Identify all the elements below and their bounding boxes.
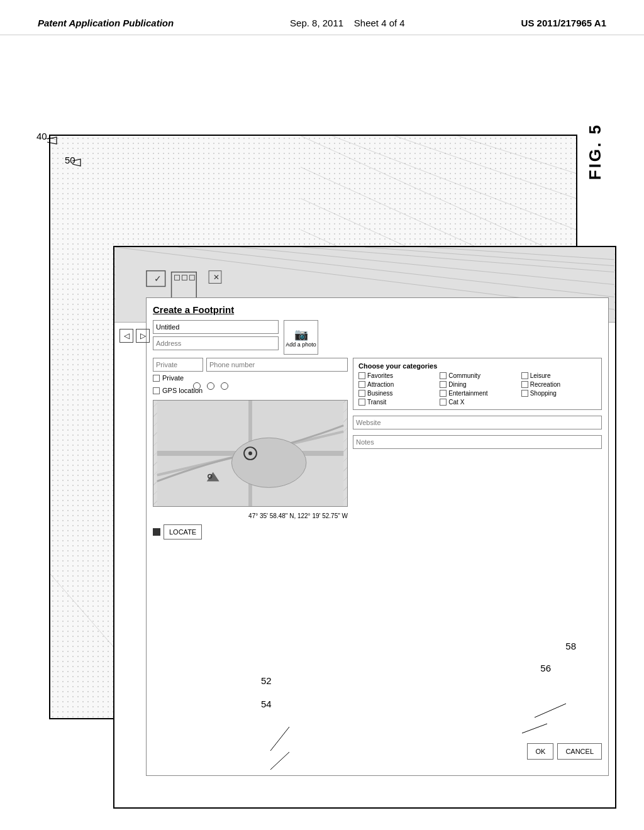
attraction-label: Attraction bbox=[367, 381, 394, 388]
name-input[interactable] bbox=[153, 320, 279, 334]
ref-54-label: 54 bbox=[261, 699, 272, 709]
transit-checkbox[interactable] bbox=[358, 399, 365, 406]
recreation-checkbox[interactable] bbox=[521, 381, 528, 388]
three-circles bbox=[193, 382, 228, 390]
community-label: Community bbox=[448, 372, 480, 379]
private-row: Private bbox=[153, 374, 348, 382]
circle-1 bbox=[193, 382, 201, 390]
ref-50-label: 50 bbox=[65, 155, 75, 165]
locate-row: LOCATE bbox=[153, 524, 348, 540]
notes-input[interactable] bbox=[353, 435, 602, 449]
map-area bbox=[153, 400, 348, 507]
entertainment-checkbox[interactable] bbox=[440, 390, 447, 397]
svg-text:✓: ✓ bbox=[154, 274, 162, 284]
leisure-checkbox[interactable] bbox=[521, 372, 528, 379]
catx-label: Cat X bbox=[448, 399, 464, 406]
add-photo-label: Add a photo bbox=[286, 341, 316, 348]
svg-text:✕: ✕ bbox=[213, 273, 219, 282]
ref-58-label: 58 bbox=[565, 641, 576, 651]
ok-button[interactable]: OK bbox=[527, 743, 553, 760]
svg-line-1 bbox=[301, 136, 576, 261]
recreation-label: Recreation bbox=[530, 381, 560, 388]
gps-checkbox[interactable] bbox=[153, 387, 160, 394]
cat-community: Community bbox=[440, 372, 514, 379]
transit-label: Transit bbox=[367, 399, 386, 406]
header-date: Sep. 8, 2011 bbox=[290, 18, 343, 28]
ref-56-label: 56 bbox=[540, 663, 551, 673]
address-input[interactable] bbox=[153, 336, 279, 350]
gps-coordinates: 47° 35' 58.48" N, 122° 19' 52.75" W bbox=[153, 512, 348, 519]
forward-btn[interactable]: ▷ bbox=[136, 329, 150, 343]
cat-recreation: Recreation bbox=[521, 381, 596, 388]
shopping-checkbox[interactable] bbox=[521, 390, 528, 397]
cat-attraction: Attraction bbox=[358, 381, 433, 388]
svg-line-3 bbox=[394, 136, 576, 199]
favorites-label: Favorites bbox=[367, 372, 393, 379]
private-label: Private bbox=[162, 374, 184, 382]
shopping-label: Shopping bbox=[530, 390, 557, 397]
cat-catx: Cat X bbox=[440, 399, 514, 406]
svg-line-4 bbox=[457, 136, 576, 174]
header-sheet: Sheet 4 of 4 bbox=[354, 18, 405, 28]
private-input[interactable] bbox=[153, 358, 203, 372]
entertainment-label: Entertainment bbox=[448, 390, 487, 397]
camera-icon: 📷 bbox=[294, 328, 308, 341]
community-checkbox[interactable] bbox=[440, 372, 447, 379]
form-title: Create a Footprint bbox=[153, 304, 602, 315]
header-right: US 2011/217965 A1 bbox=[521, 18, 606, 28]
categories-grid: Favorites Community Leisure bbox=[358, 372, 596, 406]
svg-point-33 bbox=[231, 438, 306, 487]
fig-label: FIG. 5 bbox=[586, 123, 605, 180]
cat-transit: Transit bbox=[358, 399, 433, 406]
private-checkbox[interactable] bbox=[153, 375, 160, 382]
cat-leisure: Leisure bbox=[521, 372, 596, 379]
svg-line-2 bbox=[332, 136, 576, 230]
dining-label: Dining bbox=[448, 381, 466, 388]
website-input[interactable] bbox=[353, 416, 602, 429]
patent-header: Patent Application Publication Sep. 8, 2… bbox=[0, 0, 644, 35]
form-dialog: Create a Footprint 📷 Add a photo bbox=[146, 297, 609, 776]
locate-button[interactable]: LOCATE bbox=[164, 524, 202, 540]
catx-checkbox[interactable] bbox=[440, 399, 447, 406]
cat-business: Business bbox=[358, 390, 433, 397]
circle-2 bbox=[207, 382, 214, 390]
ref-52-label: 52 bbox=[261, 675, 272, 686]
device-inner: ✓ ✕ ◁ ▷ Create a Footprint bbox=[113, 246, 616, 809]
phone-input[interactable] bbox=[206, 358, 348, 372]
ref-40-arrow: ⌒ bbox=[43, 136, 57, 148]
nav-controls[interactable]: ◁ ▷ bbox=[119, 329, 150, 343]
business-label: Business bbox=[367, 390, 393, 397]
cat-favorites: Favorites bbox=[358, 372, 433, 379]
leisure-label: Leisure bbox=[530, 372, 551, 379]
dining-checkbox[interactable] bbox=[440, 381, 447, 388]
attraction-checkbox[interactable] bbox=[358, 381, 365, 388]
gps-row: GPS location bbox=[153, 387, 348, 394]
favorites-checkbox[interactable] bbox=[358, 372, 365, 379]
main-content: FIG. 5 40 ⌒ 50 bbox=[0, 35, 644, 802]
svg-point-35 bbox=[248, 451, 252, 455]
cat-dining: Dining bbox=[440, 381, 514, 388]
device-outer: ✓ ✕ ◁ ▷ Create a Footprint bbox=[49, 135, 577, 719]
circle-3 bbox=[221, 382, 228, 390]
header-center: Sep. 8, 2011 Sheet 4 of 4 bbox=[290, 18, 405, 28]
header-left: Patent Application Publication bbox=[38, 18, 174, 28]
back-btn[interactable]: ◁ bbox=[119, 329, 133, 343]
cancel-button[interactable]: CANCEL bbox=[557, 743, 602, 760]
cat-entertainment: Entertainment bbox=[440, 390, 514, 397]
business-checkbox[interactable] bbox=[358, 390, 365, 397]
locate-icon bbox=[153, 528, 160, 536]
action-buttons: OK CANCEL bbox=[353, 743, 602, 760]
categories-title: Choose your categories bbox=[358, 362, 596, 370]
photo-area[interactable]: 📷 Add a photo bbox=[284, 320, 318, 355]
categories-section: Choose your categories Favorites Communi… bbox=[353, 358, 602, 410]
cat-shopping: Shopping bbox=[521, 390, 596, 397]
